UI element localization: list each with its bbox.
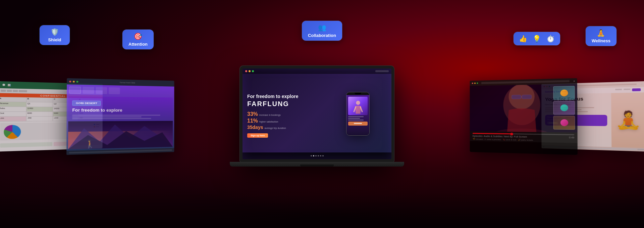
slide-thumb-4	[109, 87, 120, 94]
slide-thumb-3	[96, 87, 107, 94]
toolbar-btn-4	[19, 90, 27, 92]
shield-icon: 🛡️	[51, 28, 59, 36]
bulb-icon: 💡	[533, 35, 541, 43]
win-maximize[interactable]	[252, 70, 254, 72]
phone-screen	[346, 95, 369, 135]
slide-text-lines	[72, 115, 169, 119]
vcall-time: ●	[573, 80, 575, 82]
toolbar-btn-2	[7, 89, 12, 92]
avatar-3	[560, 119, 568, 126]
party-btn[interactable]: 🎉 party tickets	[518, 138, 533, 141]
text-line-1	[72, 115, 160, 116]
stat-label-1: increase in bookings	[259, 114, 281, 116]
cell-2-2: 12450	[26, 107, 53, 111]
next-ep-btn[interactable]: Next Ep	[504, 135, 513, 137]
phone-text-bar-1	[348, 116, 364, 117]
laptop-container: For freedom to explore FARFLUNG 33% incr…	[240, 66, 404, 167]
yoga-person-icon: 🧘	[615, 111, 642, 129]
toolbar-btn-1	[1, 89, 6, 92]
summary-bar-1	[0, 142, 52, 147]
cta-button[interactable]: Sign up here	[247, 133, 268, 138]
stat-row-2: 11% higher satisfaction	[247, 118, 320, 124]
fullscreen-btn[interactable]: Full Screen	[514, 135, 527, 138]
pres-thumbnails	[67, 84, 174, 96]
stat-days: 35days	[247, 125, 263, 130]
spreadsheet-app-name: 📊	[8, 84, 11, 86]
save-btn[interactable]: 🔖 save & exit	[502, 138, 516, 141]
marketing-left-panel: For freedom to explore FARFLUNG 33% incr…	[243, 69, 324, 159]
main-scene: 📊 CONFIDENTIAL A B C D Revenue Q1	[0, 0, 644, 228]
vcall-dot-yellow	[474, 82, 476, 84]
thumbsup-icon: 👍	[519, 35, 527, 43]
taskbar-item-5	[320, 155, 321, 156]
badge-shield-label: Shield	[48, 37, 61, 42]
phone-mockup	[346, 92, 370, 136]
header-dot-1	[2, 84, 5, 86]
pres-dot-yellow	[73, 80, 75, 82]
win-minimize[interactable]	[249, 70, 251, 72]
svg-rect-9	[522, 95, 532, 99]
badge-wellness-label: Wellness	[592, 38, 610, 43]
participant-3	[553, 116, 575, 130]
cell-4-2: -340	[26, 116, 53, 121]
marketing-headline-text: For freedom to explore	[247, 94, 320, 99]
badge-collaboration: 👥 Collaboration	[302, 21, 342, 41]
slide-thumb-1	[69, 86, 81, 93]
avatar-1	[560, 89, 568, 96]
win-close[interactable]	[245, 70, 247, 72]
woman-silhouette	[352, 100, 364, 115]
participant-1	[553, 86, 575, 100]
nav-cta[interactable]	[632, 88, 641, 91]
video-player-content: ●	[470, 78, 578, 155]
badge-attention: 🎯 Attention	[122, 30, 154, 49]
headline-span: For freedom to explore	[247, 94, 298, 99]
pres-content: GOBI DESERT For freedom to explore	[66, 84, 174, 155]
brand-name: FARFLUNG	[247, 100, 320, 108]
pres-title-bar: Format Insert Slide	[80, 80, 172, 84]
laptop-taskbar	[243, 152, 391, 159]
laptop-marketing-content: For freedom to explore FARFLUNG 33% incr…	[243, 69, 391, 159]
main-slide: GOBI DESERT For freedom to explore	[68, 96, 173, 149]
svg-rect-8	[512, 95, 521, 99]
phone-notch-bump	[355, 93, 361, 94]
screen-video-player: ●	[470, 78, 578, 155]
nav-link-1	[615, 89, 622, 90]
vcall-dot-green	[477, 82, 478, 84]
person-silhouette: 🚶	[85, 140, 95, 148]
collaboration-icon: 👥	[318, 24, 326, 32]
screen-presentation: Format Insert Slide GOBI DESERT For free…	[66, 78, 174, 155]
status-bar-fill	[69, 149, 172, 153]
progress-dot	[510, 132, 513, 135]
participant-thumbnails	[553, 86, 575, 130]
wellness-nav-links	[615, 88, 641, 91]
write-review-btn[interactable]: ✏ write a preview	[484, 138, 501, 140]
phone-btn-text	[354, 123, 362, 124]
marketing-stats: 33% increase in bookings 11% higher sati…	[247, 111, 320, 130]
taskbar-item-6	[322, 155, 324, 156]
cell-3-2: 8200	[26, 111, 53, 116]
audio-btn[interactable]: Audio & Subtitles	[484, 135, 503, 137]
speedometer-icon: ⏱️	[546, 35, 555, 43]
pie-chart	[4, 125, 21, 139]
slide-image: 🚶	[68, 121, 173, 149]
cell-2-1: Sales	[0, 107, 26, 111]
stat-row-1: 33% increase in bookings	[247, 111, 320, 117]
phone-notch	[346, 92, 369, 95]
avatar-2	[560, 104, 568, 111]
cell-header-2: B	[26, 97, 53, 102]
pres-dot-green	[76, 81, 78, 82]
thumbsdown-btn[interactable]: 👎 Unrated	[473, 138, 483, 140]
badge-collaboration-label: Collaboration	[308, 33, 336, 38]
participant-2-face	[554, 101, 575, 114]
nav-link-2	[624, 88, 630, 90]
episodes-btn[interactable]: Episodes	[473, 135, 483, 137]
wellness-right-panel: 🧘	[611, 92, 644, 148]
badge-shield: 🛡️ Shield	[40, 25, 70, 45]
progress-fill	[473, 133, 512, 134]
taskbar-item-4	[318, 155, 319, 156]
slide-content: GOBI DESERT For freedom to explore	[68, 96, 173, 122]
laptop-body: For freedom to explore FARFLUNG 33% incr…	[240, 66, 394, 162]
vcall-dot-red	[472, 83, 473, 84]
slide-main-text: For freedom to explore	[72, 107, 122, 112]
participant-3-face	[554, 116, 575, 129]
